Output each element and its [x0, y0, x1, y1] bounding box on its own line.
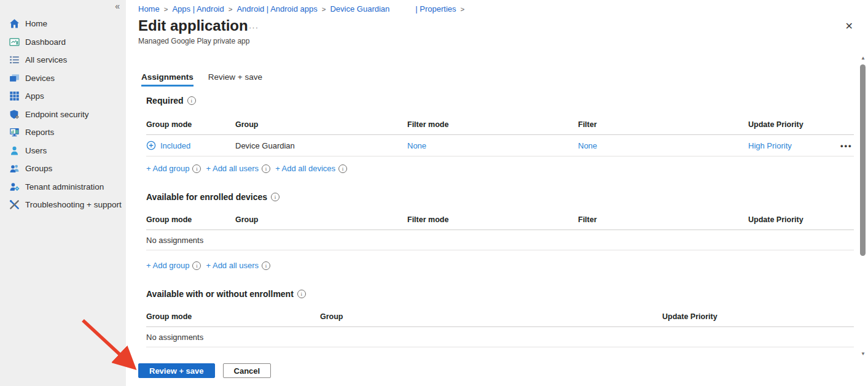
endpoint-security-icon — [9, 109, 20, 120]
vertical-scrollbar[interactable]: ▲ ▼ — [859, 55, 867, 357]
column-header: Filter — [578, 120, 748, 129]
breadcrumb-apps-android[interactable]: Apps | Android — [172, 4, 224, 14]
page-title: Edit application — [138, 17, 248, 34]
group-mode-cell[interactable]: Included — [146, 141, 235, 150]
sidebar-item-label: Apps — [25, 91, 44, 101]
sidebar-item-tenant-administration[interactable]: Tenant administration — [0, 178, 126, 196]
sidebar-nav: Home Dashboard All services Devices Apps… — [0, 15, 126, 214]
column-header: Group — [235, 120, 407, 129]
scrollbar-thumb[interactable] — [860, 64, 866, 256]
sidebar-collapse-icon[interactable]: « — [115, 1, 120, 11]
sidebar-item-label: Reports — [25, 128, 54, 137]
tab-assignments[interactable]: Assignments — [141, 72, 194, 87]
without-enrollment-table-header: Group mode Group Update Priority — [146, 312, 854, 327]
enrolled-table: Group mode Group Filter mode Filter Upda… — [146, 215, 854, 250]
breadcrumb-home[interactable]: Home — [138, 4, 160, 14]
add-all-users-link[interactable]: + Add all users i — [206, 261, 270, 270]
add-group-link[interactable]: + Add group i — [146, 164, 201, 173]
column-header: Group — [320, 312, 662, 321]
breadcrumb-device-guardian[interactable]: Device Guardian — [330, 4, 389, 14]
sidebar-item-groups[interactable]: Groups — [0, 160, 126, 178]
plus-circle-icon — [146, 141, 156, 150]
sidebar-item-dashboard[interactable]: Dashboard — [0, 33, 126, 52]
more-options-icon[interactable]: ··· — [249, 23, 259, 32]
required-table: Group mode Group Filter mode Filter Upda… — [146, 120, 854, 156]
info-icon[interactable]: i — [192, 261, 201, 270]
sidebar-item-devices[interactable]: Devices — [0, 69, 126, 88]
sidebar: « Home Dashboard All services Devices Ap… — [0, 0, 126, 386]
info-icon[interactable]: i — [338, 164, 347, 173]
scroll-up-icon[interactable]: ▲ — [859, 55, 867, 61]
add-all-devices-label[interactable]: + Add all devices — [275, 164, 335, 173]
update-priority-link[interactable]: High Priority — [748, 141, 840, 150]
groups-icon — [9, 163, 20, 174]
sidebar-item-apps[interactable]: Apps — [0, 87, 126, 106]
chevron-right-icon: > — [322, 6, 326, 13]
info-icon[interactable]: i — [262, 164, 270, 173]
apps-icon — [9, 91, 20, 101]
no-assignments-row: No assignments — [146, 230, 854, 250]
column-header: Group mode — [146, 312, 320, 321]
sidebar-item-all-services[interactable]: All services — [0, 51, 126, 69]
required-add-links: + Add group i + Add all users i + Add al… — [146, 164, 347, 173]
breadcrumb-properties[interactable]: | Properties — [415, 4, 456, 14]
column-header: Update Priority — [662, 312, 854, 321]
sidebar-item-label: Groups — [25, 164, 52, 173]
tab-review-save[interactable]: Review + save — [208, 72, 262, 87]
sidebar-item-reports[interactable]: Reports — [0, 123, 126, 142]
included-link[interactable]: Included — [160, 141, 190, 150]
filter-mode-link[interactable]: None — [407, 141, 578, 150]
info-icon[interactable]: i — [271, 193, 280, 201]
sidebar-item-label: All services — [25, 55, 67, 64]
column-header: Update Priority — [748, 215, 840, 224]
filter-link[interactable]: None — [578, 141, 748, 150]
info-icon[interactable]: i — [192, 164, 201, 173]
sidebar-item-label: Dashboard — [25, 37, 66, 47]
sidebar-item-home[interactable]: Home — [0, 15, 126, 33]
table-row: Included Device Guardian None None High … — [146, 135, 854, 156]
chevron-right-icon: > — [229, 6, 233, 13]
users-icon — [9, 145, 20, 156]
add-all-users-label[interactable]: + Add all users — [206, 261, 259, 270]
row-context-menu-icon[interactable]: ••• — [840, 141, 861, 150]
column-header: Filter mode — [407, 215, 578, 224]
info-icon[interactable]: i — [187, 96, 196, 105]
sidebar-item-label: Home — [25, 19, 47, 28]
chevron-right-icon: > — [164, 6, 168, 13]
enrolled-table-header: Group mode Group Filter mode Filter Upda… — [146, 215, 854, 230]
info-icon[interactable]: i — [262, 261, 270, 270]
sidebar-item-endpoint-security[interactable]: Endpoint security — [0, 106, 126, 124]
group-cell: Device Guardian — [235, 141, 407, 150]
section-title-text: Available for enrolled devices — [146, 192, 267, 202]
add-group-label[interactable]: + Add group — [146, 164, 189, 173]
info-icon[interactable]: i — [297, 290, 306, 298]
devices-icon — [9, 73, 20, 83]
column-header: Group — [235, 215, 407, 224]
review-save-button[interactable]: Review + save — [138, 363, 215, 378]
breadcrumb: Home > Apps | Android > Android | Androi… — [138, 4, 464, 14]
no-assignments-row: No assignments — [146, 327, 854, 347]
add-all-users-link[interactable]: + Add all users i — [206, 164, 270, 173]
column-header: Filter — [578, 215, 748, 224]
add-all-devices-link[interactable]: + Add all devices i — [275, 164, 347, 173]
sidebar-item-users[interactable]: Users — [0, 142, 126, 160]
all-services-icon — [9, 55, 20, 65]
sidebar-item-label: Tenant administration — [25, 182, 104, 191]
column-header: Group mode — [146, 215, 235, 224]
main-panel: Home > Apps | Android > Android | Androi… — [126, 0, 868, 386]
tab-bar: Assignments Review + save — [141, 72, 262, 87]
home-icon — [9, 18, 20, 29]
section-title-enrolled: Available for enrolled devices i — [146, 192, 280, 202]
cancel-button[interactable]: Cancel — [223, 363, 272, 378]
add-all-users-label[interactable]: + Add all users — [206, 164, 259, 173]
breadcrumb-android-apps[interactable]: Android | Android apps — [237, 4, 317, 14]
sidebar-item-label: Users — [25, 146, 47, 155]
scroll-down-icon[interactable]: ▼ — [859, 351, 867, 357]
close-icon[interactable]: ✕ — [845, 21, 853, 31]
chevron-right-icon: > — [461, 6, 465, 13]
sidebar-item-label: Devices — [25, 74, 55, 83]
sidebar-item-troubleshooting[interactable]: Troubleshooting + support — [0, 196, 126, 214]
section-title-text: Available with or without enrollment — [146, 289, 294, 299]
add-group-label[interactable]: + Add group — [146, 261, 189, 270]
add-group-link[interactable]: + Add group i — [146, 261, 201, 270]
